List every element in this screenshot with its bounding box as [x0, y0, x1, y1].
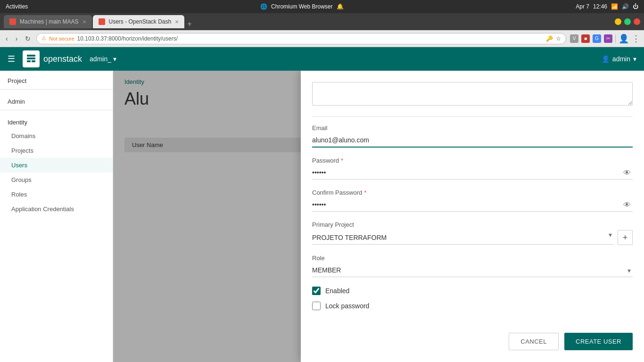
ext-vpn[interactable]: V [570, 34, 578, 43]
role-select[interactable]: MEMBER [312, 263, 633, 277]
topbar-right: 👤 admin ▾ [602, 55, 636, 63]
logo-text: openstack [43, 54, 82, 64]
network-icon: 📶 [611, 3, 618, 10]
user-icon: 👤 [602, 55, 610, 63]
power-icon: ⏻ [633, 3, 638, 10]
enabled-checkbox[interactable] [312, 287, 321, 295]
project-row: PROJETO TERRAFORM ▾ + [312, 230, 633, 245]
password-eye-icon[interactable]: 👁 [623, 169, 631, 177]
password-label: Password * [312, 157, 633, 164]
description-textarea[interactable] [312, 82, 633, 106]
form-divider-1 [312, 116, 633, 117]
time-label: 12:46 [593, 3, 607, 10]
topbar: ☰ openstack admin_ ▾ 👤 admin ▾ [0, 47, 644, 71]
ext-clip[interactable]: ✂ [604, 34, 612, 43]
confirm-password-eye-icon[interactable]: 👁 [623, 201, 631, 209]
new-tab-button[interactable]: + [187, 20, 191, 28]
email-label: Email [312, 124, 633, 132]
svg-rect-0 [27, 55, 35, 57]
form-group-primary-project: Primary Project PROJETO TERRAFORM ▾ + [312, 221, 633, 245]
address-bar-row: ‹ › ↻ ⚠ Not secure 10.103.0.37:8000/hori… [0, 30, 644, 47]
sidebar-item-domains[interactable]: Domains [0, 129, 113, 143]
modal-overlay: Email Password * 👁 [113, 71, 644, 362]
admin-user-menu[interactable]: 👤 admin ▾ [602, 55, 636, 63]
tab-maas[interactable]: Machines | main MAAS ✕ [4, 15, 92, 28]
form-group-confirm-password: Confirm Password * 👁 [312, 189, 633, 212]
sidebar-item-roles[interactable]: Roles [0, 187, 113, 202]
form-group-description [312, 82, 633, 107]
date-label: Apr 7 [576, 3, 589, 10]
create-user-submit-button[interactable]: CREATE USER [564, 333, 633, 350]
openstack-favicon [99, 18, 105, 25]
browser-menu-button[interactable]: ⋮ [632, 33, 640, 44]
profile-icon[interactable]: 👤 [619, 33, 629, 44]
sidebar-section-identity[interactable]: Identity [0, 112, 113, 129]
modal-actions: CANCEL CREATE USER [312, 325, 633, 350]
window-controls [615, 18, 640, 25]
lock-password-checkbox-row: Lock password [312, 302, 633, 310]
key-icon: 🔑 [546, 35, 553, 42]
not-secure-icon: ⚠ [41, 35, 46, 41]
not-secure-label: Not secure [49, 36, 74, 41]
sidebar-divider-1 [0, 89, 113, 90]
activities-label[interactable]: Activities [6, 3, 28, 10]
ext-red[interactable]: ■ [581, 34, 590, 43]
os-bar: Activities 🌐 Chromium Web Browser 🔔 Apr … [0, 0, 644, 13]
password-input[interactable] [312, 166, 633, 180]
ext-g[interactable]: G [593, 34, 601, 43]
hamburger-menu[interactable]: ☰ [8, 54, 15, 64]
sidebar-section-project[interactable]: Project [0, 71, 113, 87]
project-add-button[interactable]: + [618, 230, 633, 245]
content-area: Project Admin Identity Domains Projects … [0, 71, 644, 362]
window-maximize[interactable] [624, 18, 631, 25]
svg-rect-3 [32, 60, 35, 62]
cancel-button[interactable]: CANCEL [509, 333, 559, 350]
tab-openstack-label: Users - OpenStack Dash [109, 18, 172, 25]
form-group-password: Password * 👁 [312, 157, 633, 180]
tab-maas-label: Machines | main MAAS [20, 18, 79, 25]
primary-project-select[interactable]: PROJETO TERRAFORM [312, 231, 614, 245]
create-user-panel: Email Password * 👁 [301, 71, 644, 362]
lock-password-checkbox[interactable] [312, 302, 321, 310]
enabled-label: Enabled [325, 287, 349, 295]
openstack-logo-icon [26, 54, 36, 64]
confirm-password-input[interactable] [312, 198, 633, 212]
maas-favicon [9, 18, 16, 25]
role-select-wrap: MEMBER ▾ [312, 263, 633, 277]
ext-divider [615, 34, 616, 43]
back-button[interactable]: ‹ [4, 34, 10, 43]
confirm-password-label: Confirm Password * [312, 189, 633, 196]
window-close[interactable] [634, 18, 640, 25]
star-icon[interactable]: ☆ [556, 35, 561, 42]
tab-openstack-close[interactable]: ✕ [175, 19, 179, 25]
logo-box [23, 50, 40, 67]
sidebar-section-admin[interactable]: Admin [0, 91, 113, 108]
tab-openstack[interactable]: Users - OpenStack Dash ✕ [93, 15, 185, 28]
sidebar-item-groups[interactable]: Groups [0, 173, 113, 187]
email-input[interactable] [312, 133, 633, 148]
address-bar-icons: 🔑 ☆ [546, 35, 561, 42]
bell-icon: 🔔 [337, 3, 344, 10]
browser-chrome: Machines | main MAAS ✕ Users - OpenStack… [0, 13, 644, 30]
address-bar[interactable]: ⚠ Not secure 10.103.0.37:8000/horizon/id… [36, 33, 566, 44]
confirm-password-required: * [364, 189, 366, 196]
extension-icons: V ■ G ✂ 👤 ⋮ [570, 33, 640, 44]
forward-button[interactable]: › [14, 34, 20, 43]
project-select-wrap: PROJETO TERRAFORM ▾ [312, 231, 614, 245]
tab-maas-close[interactable]: ✕ [83, 19, 86, 25]
main-content: Identity Alu FILTER + CREATE USER User N… [113, 71, 644, 362]
password-required: * [341, 157, 343, 164]
reload-button[interactable]: ↻ [23, 34, 33, 43]
password-field-wrap: 👁 [312, 166, 633, 180]
lock-password-label: Lock password [325, 302, 369, 310]
active-window-label: Chromium Web Browser [271, 3, 332, 10]
sidebar-item-application-credentials[interactable]: Application Credentials [0, 202, 113, 216]
window-minimize[interactable] [615, 18, 621, 25]
sidebar-item-projects[interactable]: Projects [0, 143, 113, 158]
app: ☰ openstack admin_ ▾ 👤 admin ▾ [0, 47, 644, 362]
admin-menu-label[interactable]: admin_ ▾ [90, 55, 116, 63]
form-group-email: Email [312, 124, 633, 148]
role-label: Role [312, 255, 633, 262]
sidebar-divider-2 [0, 110, 113, 110]
sidebar-item-users[interactable]: Users [0, 158, 113, 173]
